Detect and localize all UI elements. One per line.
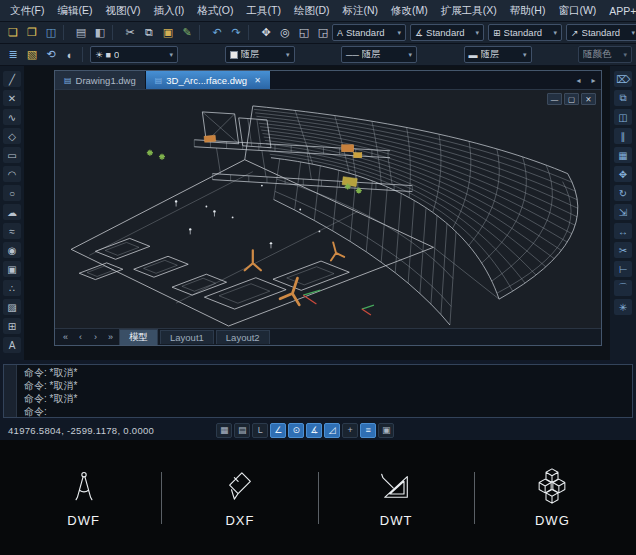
redo-icon[interactable]: ↷	[227, 24, 245, 41]
format-dwg[interactable]: DWG	[475, 468, 630, 528]
lwt-toggle[interactable]: ≡	[360, 423, 376, 438]
layer-combo[interactable]: ☀ ■ 0 ▾	[90, 46, 178, 63]
text-style-combo[interactable]: A Standard ▾	[332, 24, 406, 41]
tab-layout1[interactable]: Layout1	[160, 330, 214, 344]
fillet-icon[interactable]: ⌒	[614, 280, 632, 296]
zoom-window-icon[interactable]: ◱	[295, 24, 313, 41]
dyn-toggle[interactable]: +	[342, 423, 358, 438]
menu-item-edit[interactable]: 编辑(E)	[51, 2, 98, 20]
close-button[interactable]: ✕	[581, 93, 596, 105]
format-dwt[interactable]: DWT	[319, 468, 474, 528]
table-style-combo[interactable]: ⊞ Standard ▾	[488, 24, 562, 41]
revision-cloud-icon[interactable]: ☁	[3, 204, 21, 220]
model-toggle[interactable]: ▣	[378, 423, 394, 438]
menu-item-format[interactable]: 格式(O)	[191, 2, 239, 20]
pan-icon[interactable]: ✥	[257, 24, 275, 41]
save-icon[interactable]: ◫	[42, 24, 60, 41]
array-icon[interactable]: ▦	[614, 147, 632, 163]
ellipse-icon[interactable]: ◉	[3, 242, 21, 258]
ducs-toggle[interactable]: ◿	[324, 423, 340, 438]
preview-icon[interactable]: ◧	[91, 24, 109, 41]
insert-block-icon[interactable]: ▣	[3, 261, 21, 277]
undo-icon[interactable]: ↶	[208, 24, 226, 41]
scale-icon[interactable]: ⇲	[614, 204, 632, 220]
plot-icon[interactable]: ▤	[72, 24, 90, 41]
format-dwf[interactable]: DWF	[6, 468, 161, 528]
line-icon[interactable]: ╱	[3, 71, 21, 87]
rectangle-icon[interactable]: ▭	[3, 147, 21, 163]
polygon-icon[interactable]: ◇	[3, 128, 21, 144]
menu-item-modify[interactable]: 修改(M)	[385, 2, 434, 20]
next-layout-icon[interactable]: ›	[89, 332, 102, 342]
arc-icon[interactable]: ◠	[3, 166, 21, 182]
circle-icon[interactable]: ○	[3, 185, 21, 201]
zoom-previous-icon[interactable]: ◲	[314, 24, 332, 41]
offset-icon[interactable]: ∥	[614, 128, 632, 144]
polyline-icon[interactable]: ∿	[3, 109, 21, 125]
menu-item-tools[interactable]: 工具(T)	[241, 2, 287, 20]
menu-item-insert[interactable]: 插入(I)	[147, 2, 190, 20]
format-dxf[interactable]: DXF	[162, 468, 317, 528]
tab-scroll-right-icon[interactable]: ▸	[586, 71, 601, 89]
close-icon[interactable]: ✕	[254, 76, 261, 85]
new-icon[interactable]: ❏	[4, 24, 22, 41]
copy-icon[interactable]: ⧉	[140, 24, 158, 41]
trim-icon[interactable]: ✂	[614, 242, 632, 258]
color-combo[interactable]: 随层 ▾	[225, 46, 295, 63]
layer-states-icon[interactable]: ▧	[23, 46, 41, 63]
snap-toggle[interactable]: ▦	[216, 423, 232, 438]
stretch-icon[interactable]: ↔	[614, 223, 632, 239]
layer-isolate-icon[interactable]: ◐	[61, 46, 79, 63]
polar-toggle[interactable]: ∠	[270, 423, 286, 438]
menu-item-file[interactable]: 文件(F)	[4, 2, 50, 20]
tab-model[interactable]: 模型	[119, 329, 158, 345]
menu-item-dimension[interactable]: 标注(N)	[337, 2, 385, 20]
paste-icon[interactable]: ▣	[159, 24, 177, 41]
command-input[interactable]: 命令:	[24, 406, 625, 417]
doc-tab-drawing1[interactable]: ▤ Drawing1.dwg	[55, 71, 146, 89]
menu-item-express[interactable]: 扩展工具(X)	[435, 2, 503, 20]
menu-item-help[interactable]: 帮助(H)	[504, 2, 552, 20]
construction-line-icon[interactable]: ✕	[3, 90, 21, 106]
cut-icon[interactable]: ✂	[121, 24, 139, 41]
erase-icon[interactable]: ⌦	[614, 71, 632, 87]
linetype-combo[interactable]: ── 随层 ▾	[341, 46, 417, 63]
move-icon[interactable]: ✥	[614, 166, 632, 182]
menu-item-app-plus[interactable]: APP+	[603, 3, 636, 19]
restore-button[interactable]: ▢	[564, 93, 579, 105]
minimize-button[interactable]: —	[547, 93, 562, 105]
dim-style-combo[interactable]: ∡ Standard ▾	[410, 24, 484, 41]
osnap-toggle[interactable]: ⊙	[288, 423, 304, 438]
open-icon[interactable]: ❐	[23, 24, 41, 41]
drawing-viewport[interactable]: — ▢ ✕	[55, 90, 601, 328]
rotate-icon[interactable]: ↻	[614, 185, 632, 201]
command-gutter[interactable]	[4, 365, 17, 417]
layer-previous-icon[interactable]: ⟲	[42, 46, 60, 63]
menu-item-window[interactable]: 窗口(W)	[552, 2, 602, 20]
tab-layout2[interactable]: Layout2	[216, 330, 270, 344]
ortho-toggle[interactable]: L	[252, 423, 268, 438]
table-icon[interactable]: ⊞	[3, 318, 21, 334]
match-properties-icon[interactable]: ✎	[178, 24, 196, 41]
first-layout-icon[interactable]: «	[59, 332, 72, 342]
tab-scroll-left-icon[interactable]: ◂	[571, 71, 586, 89]
mirror-icon[interactable]: ◫	[614, 109, 632, 125]
menu-item-view[interactable]: 视图(V)	[99, 2, 146, 20]
last-layout-icon[interactable]: »	[104, 332, 117, 342]
spline-icon[interactable]: ≈	[3, 223, 21, 239]
mleader-style-combo[interactable]: ↗ Standard ▾	[566, 24, 636, 41]
layer-properties-icon[interactable]: ≣	[4, 46, 22, 63]
prev-layout-icon[interactable]: ‹	[74, 332, 87, 342]
grid-toggle[interactable]: ▤	[234, 423, 250, 438]
copy-object-icon[interactable]: ⧉	[614, 90, 632, 106]
hatch-icon[interactable]: ▨	[3, 299, 21, 315]
menu-item-draw[interactable]: 绘图(D)	[288, 2, 336, 20]
extend-icon[interactable]: ⊢	[614, 261, 632, 277]
point-icon[interactable]: ∴	[3, 280, 21, 296]
zoom-realtime-icon[interactable]: ◎	[276, 24, 294, 41]
doc-tab-3d-surface[interactable]: ▤ 3D_Arc...rface.dwg ✕	[146, 71, 271, 89]
lineweight-combo[interactable]: ▬ 随层 ▾	[464, 46, 532, 63]
explode-icon[interactable]: ✳	[614, 299, 632, 315]
otrack-toggle[interactable]: ∡	[306, 423, 322, 438]
text-icon[interactable]: A	[3, 337, 21, 353]
